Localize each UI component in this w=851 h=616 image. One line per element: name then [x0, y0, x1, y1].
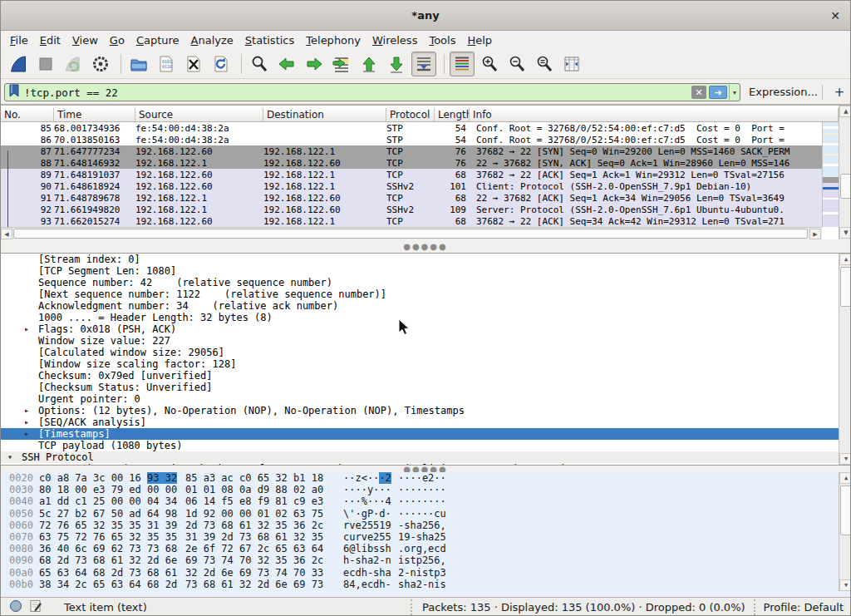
menu-file[interactable]: File: [4, 32, 34, 48]
expression-button[interactable]: Expression...: [749, 86, 818, 98]
expand-arrow-icon[interactable]: ▸: [24, 416, 29, 428]
filter-apply-icon[interactable]: ➜: [709, 86, 727, 99]
go-last-icon[interactable]: [384, 52, 409, 76]
hex-row[interactable]: 00a065 63 64 68 2d 73 68 6132 2d 6e 69 7…: [1, 567, 850, 579]
detail-row[interactable]: Acknowledgment number: 34 (relative ack …: [1, 300, 839, 312]
hex-row[interactable]: 003080 18 00 e3 79 ed 00 0001 01 08 0a d…: [1, 484, 850, 495]
scroll-left-icon[interactable]: ◀: [1, 229, 12, 239]
packet-row[interactable]: 8871.648146932192.168.122.1192.168.122.6…: [1, 157, 822, 169]
scroll-down-icon[interactable]: ▼: [839, 453, 850, 465]
detail-row[interactable]: Sequence number: 42 (relative sequence n…: [1, 277, 839, 288]
column-header-time[interactable]: Time: [54, 108, 135, 121]
hex-row[interactable]: 00b038 34 2c 65 63 64 68 2d73 68 61 32 2…: [1, 579, 850, 590]
packet-row[interactable]: 8670.013850163fe:54:00:d4:38:2aSTP54Conf…: [1, 134, 822, 145]
menu-go[interactable]: Go: [104, 32, 130, 48]
packet-list-hscrollbar[interactable]: ◀ ▶: [1, 227, 822, 239]
column-header-source[interactable]: Source: [135, 108, 263, 121]
menu-analyze[interactable]: Analyze: [185, 32, 239, 48]
capture-stop-icon[interactable]: [33, 52, 58, 76]
filter-history-caret-icon[interactable]: ▾: [729, 85, 740, 100]
detail-vscrollbar[interactable]: ▲ ▼: [839, 254, 850, 465]
auto-scroll-icon[interactable]: [411, 52, 436, 76]
find-packet-icon[interactable]: [247, 52, 272, 76]
bytes-vscrollbar[interactable]: ▲ ▼: [839, 472, 850, 591]
expand-arrow-icon[interactable]: ▸: [24, 405, 29, 416]
hex-row[interactable]: 006072 76 65 32 35 35 31 392d 73 68 61 3…: [1, 520, 850, 531]
pane-splitter[interactable]: ●●●●●: [1, 466, 850, 472]
menu-tools[interactable]: Tools: [423, 32, 461, 48]
file-open-icon[interactable]: [126, 52, 151, 76]
colorize-icon[interactable]: [450, 52, 475, 76]
intelligent-scrollbar-minimap[interactable]: [822, 122, 839, 227]
expand-arrow-icon[interactable]: ▸: [24, 323, 29, 335]
capture-comment-icon[interactable]: [29, 599, 42, 615]
detail-row[interactable]: [Calculated window size: 29056]: [1, 347, 839, 358]
packet-row[interactable]: 8971.648191037192.168.122.60192.168.122.…: [1, 169, 822, 180]
detail-row[interactable]: ▸Flags: 0x018 (PSH, ACK): [1, 323, 839, 335]
detail-row[interactable]: [Checksum Status: Unverified]: [1, 382, 839, 393]
pane-splitter[interactable]: ●●●●●: [1, 239, 850, 253]
expand-arrow-icon[interactable]: ▾: [7, 451, 12, 463]
status-profile[interactable]: Profile: Default: [754, 599, 850, 615]
go-back-icon[interactable]: [274, 52, 299, 76]
hex-row[interactable]: 007063 75 72 76 65 32 35 3531 39 2d 73 6…: [1, 531, 850, 543]
scroll-right-icon[interactable]: ▶: [809, 229, 821, 239]
expand-arrow-icon[interactable]: ▸: [24, 428, 29, 440]
scroll-up-icon[interactable]: ▲: [839, 254, 850, 265]
detail-row[interactable]: Window size value: 227: [1, 335, 839, 347]
column-header-protocol[interactable]: Protocol: [386, 108, 435, 121]
scroll-thumb[interactable]: [13, 229, 808, 239]
detail-row[interactable]: ▸[SEQ/ACK analysis]: [1, 416, 839, 428]
detail-row[interactable]: TCP payload (1080 bytes): [1, 440, 839, 451]
menu-statistics[interactable]: Statistics: [239, 32, 300, 48]
packet-row[interactable]: 8771.647777234192.168.122.60192.168.122.…: [1, 145, 822, 157]
packet-row[interactable]: 8568.001734936fe:54:00:d4:38:2aSTP54Conf…: [1, 122, 822, 134]
column-header-destination[interactable]: Destination: [263, 108, 386, 121]
hex-row[interactable]: 0020c0 a8 7a 3c 00 16 93 3285 a3 ac c0 6…: [1, 472, 850, 484]
menu-help[interactable]: Help: [461, 32, 498, 48]
detail-row[interactable]: Checksum: 0x79ed [unverified]: [1, 370, 839, 382]
packet-row[interactable]: 9371.662015274192.168.122.60192.168.122.…: [1, 215, 822, 227]
menu-edit[interactable]: Edit: [34, 32, 66, 48]
menu-telephony[interactable]: Telephony: [300, 32, 366, 48]
hex-row[interactable]: 009068 2d 73 68 61 32 2d 6e69 73 74 70 3…: [1, 554, 850, 566]
detail-row[interactable]: Urgent pointer: 0: [1, 393, 839, 405]
go-forward-icon[interactable]: [302, 52, 327, 76]
go-to-packet-icon[interactable]: [329, 52, 354, 76]
expert-info-icon[interactable]: [9, 599, 22, 615]
detail-row[interactable]: ▾SSH Protocol: [1, 451, 839, 463]
detail-row[interactable]: [Stream index: 0]: [1, 254, 839, 265]
detail-row[interactable]: [Window size scaling factor: 128]: [1, 358, 839, 370]
packet-row[interactable]: 9071.648618924192.168.122.60192.168.122.…: [1, 180, 822, 192]
scroll-up-icon[interactable]: ▲: [839, 472, 850, 484]
detail-row[interactable]: [TCP Segment Len: 1080]: [1, 265, 839, 277]
hex-row[interactable]: 008036 40 6c 69 62 73 73 682e 6f 72 67 2…: [1, 543, 850, 554]
display-filter-field[interactable]: !tcp.port == 22 ✕ ➜ ▾: [4, 83, 740, 101]
scroll-down-icon[interactable]: ▼: [839, 227, 851, 239]
capture-restart-icon[interactable]: [61, 52, 86, 76]
menu-view[interactable]: View: [66, 32, 104, 48]
column-header-info[interactable]: Info: [470, 108, 839, 121]
detail-row[interactable]: [Next sequence number: 1122 (relative se…: [1, 288, 839, 300]
capture-options-icon[interactable]: [88, 52, 113, 76]
display-filter-input[interactable]: !tcp.port == 22: [24, 86, 691, 99]
packet-list-vscrollbar[interactable]: ▲ ▼: [839, 106, 851, 239]
go-first-icon[interactable]: [357, 52, 381, 76]
filter-add-button[interactable]: +: [831, 83, 848, 101]
scroll-up-icon[interactable]: ▲: [839, 106, 851, 117]
scroll-thumb[interactable]: [840, 267, 850, 307]
menu-capture[interactable]: Capture: [130, 32, 185, 48]
packet-row[interactable]: 9171.648789678192.168.122.1192.168.122.6…: [1, 192, 822, 204]
close-button[interactable]: ✕: [827, 7, 844, 24]
resize-columns-icon[interactable]: [559, 52, 584, 76]
hex-row[interactable]: 0040a1 dd c1 25 00 00 04 3406 14 f5 e8 f…: [1, 495, 850, 507]
filter-bookmark-icon[interactable]: [9, 84, 19, 101]
scroll-down-icon[interactable]: ▼: [839, 579, 850, 591]
scroll-thumb[interactable]: [840, 485, 850, 535]
column-header-length[interactable]: Length: [435, 108, 470, 121]
detail-row[interactable]: ▸[Timestamps]: [1, 428, 839, 440]
file-save-icon[interactable]: 01010110: [154, 52, 179, 76]
filter-clear-icon[interactable]: ✕: [691, 86, 706, 99]
packet-row[interactable]: 9271.661949820192.168.122.1192.168.122.6…: [1, 204, 822, 215]
zoom-out-icon[interactable]: [504, 52, 529, 76]
